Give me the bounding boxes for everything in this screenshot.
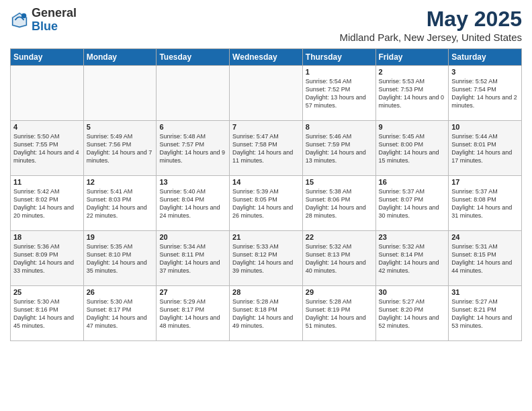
week-row-1: 1Sunrise: 5:54 AM Sunset: 7:52 PM Daylig… [11, 66, 522, 121]
day-number: 8 [306, 123, 373, 131]
col-header-wednesday: Wednesday [230, 49, 303, 66]
day-number: 13 [159, 178, 226, 186]
col-header-saturday: Saturday [449, 49, 522, 66]
day-cell [83, 66, 157, 121]
week-row-2: 4Sunrise: 5:50 AM Sunset: 7:55 PM Daylig… [11, 121, 522, 176]
day-info: Sunrise: 5:45 AM Sunset: 8:00 PM Dayligh… [379, 132, 446, 165]
day-number: 16 [379, 178, 446, 186]
day-info: Sunrise: 5:31 AM Sunset: 8:15 PM Dayligh… [451, 242, 519, 275]
day-cell: 12Sunrise: 5:41 AM Sunset: 8:03 PM Dayli… [83, 176, 157, 231]
day-info: Sunrise: 5:54 AM Sunset: 7:52 PM Dayligh… [306, 77, 373, 110]
calendar-table: SundayMondayTuesdayWednesdayThursdayFrid… [10, 48, 522, 341]
day-info: Sunrise: 5:44 AM Sunset: 8:01 PM Dayligh… [451, 132, 519, 165]
day-cell: 31Sunrise: 5:27 AM Sunset: 8:21 PM Dayli… [449, 286, 522, 341]
day-number: 27 [159, 288, 226, 296]
day-cell: 29Sunrise: 5:28 AM Sunset: 8:19 PM Dayli… [302, 286, 375, 341]
col-header-tuesday: Tuesday [157, 49, 230, 66]
col-header-monday: Monday [83, 49, 157, 66]
day-number: 24 [451, 233, 519, 241]
day-cell: 24Sunrise: 5:31 AM Sunset: 8:15 PM Dayli… [449, 231, 522, 286]
day-info: Sunrise: 5:38 AM Sunset: 8:06 PM Dayligh… [306, 187, 373, 220]
main-title: May 2025 [339, 7, 522, 32]
header: General Blue May 2025 Midland Park, New … [10, 7, 522, 43]
day-cell [11, 66, 84, 121]
day-info: Sunrise: 5:36 AM Sunset: 8:09 PM Dayligh… [13, 242, 81, 275]
day-info: Sunrise: 5:28 AM Sunset: 8:19 PM Dayligh… [306, 298, 373, 330]
day-number: 18 [13, 233, 81, 241]
day-number: 25 [13, 288, 81, 296]
day-number: 31 [451, 288, 519, 296]
day-number: 12 [87, 178, 154, 186]
logo-icon [10, 11, 29, 30]
day-number: 9 [379, 123, 446, 131]
day-cell: 8Sunrise: 5:46 AM Sunset: 7:59 PM Daylig… [302, 121, 375, 176]
day-info: Sunrise: 5:29 AM Sunset: 8:17 PM Dayligh… [159, 298, 226, 330]
page: General Blue May 2025 Midland Park, New … [0, 0, 532, 348]
logo: General Blue [10, 7, 77, 34]
day-cell: 2Sunrise: 5:53 AM Sunset: 7:53 PM Daylig… [375, 66, 449, 121]
day-info: Sunrise: 5:37 AM Sunset: 8:08 PM Dayligh… [451, 187, 519, 220]
logo-blue-text: Blue [32, 19, 58, 33]
week-row-4: 18Sunrise: 5:36 AM Sunset: 8:09 PM Dayli… [11, 231, 522, 286]
day-info: Sunrise: 5:41 AM Sunset: 8:03 PM Dayligh… [87, 187, 154, 220]
day-number: 23 [379, 233, 446, 241]
day-number: 1 [306, 68, 373, 76]
day-cell: 6Sunrise: 5:48 AM Sunset: 7:57 PM Daylig… [157, 121, 230, 176]
day-cell [230, 66, 303, 121]
day-number: 4 [13, 123, 81, 131]
day-info: Sunrise: 5:30 AM Sunset: 8:16 PM Dayligh… [13, 298, 81, 330]
day-info: Sunrise: 5:49 AM Sunset: 7:56 PM Dayligh… [87, 132, 154, 165]
week-row-5: 25Sunrise: 5:30 AM Sunset: 8:16 PM Dayli… [11, 286, 522, 341]
header-row: SundayMondayTuesdayWednesdayThursdayFrid… [11, 49, 522, 66]
day-cell: 13Sunrise: 5:40 AM Sunset: 8:04 PM Dayli… [157, 176, 230, 231]
day-number: 19 [87, 233, 154, 241]
day-number: 5 [87, 123, 154, 131]
day-info: Sunrise: 5:50 AM Sunset: 7:55 PM Dayligh… [13, 132, 81, 165]
day-info: Sunrise: 5:30 AM Sunset: 8:17 PM Dayligh… [87, 298, 154, 330]
svg-point-2 [21, 13, 26, 18]
day-number: 10 [451, 123, 519, 131]
day-cell: 15Sunrise: 5:38 AM Sunset: 8:06 PM Dayli… [302, 176, 375, 231]
day-info: Sunrise: 5:34 AM Sunset: 8:11 PM Dayligh… [159, 242, 226, 275]
day-number: 20 [159, 233, 226, 241]
day-cell: 1Sunrise: 5:54 AM Sunset: 7:52 PM Daylig… [302, 66, 375, 121]
day-number: 3 [451, 68, 519, 76]
day-info: Sunrise: 5:48 AM Sunset: 7:57 PM Dayligh… [159, 132, 226, 165]
day-cell: 23Sunrise: 5:32 AM Sunset: 8:14 PM Dayli… [375, 231, 449, 286]
day-number: 21 [232, 233, 300, 241]
day-number: 14 [232, 178, 300, 186]
day-info: Sunrise: 5:52 AM Sunset: 7:54 PM Dayligh… [451, 77, 519, 110]
day-cell: 5Sunrise: 5:49 AM Sunset: 7:56 PM Daylig… [83, 121, 157, 176]
day-info: Sunrise: 5:27 AM Sunset: 8:20 PM Dayligh… [379, 298, 446, 330]
day-cell: 7Sunrise: 5:47 AM Sunset: 7:58 PM Daylig… [230, 121, 303, 176]
col-header-friday: Friday [375, 49, 449, 66]
day-info: Sunrise: 5:33 AM Sunset: 8:12 PM Dayligh… [232, 242, 300, 275]
day-cell: 11Sunrise: 5:42 AM Sunset: 8:02 PM Dayli… [11, 176, 84, 231]
day-number: 7 [232, 123, 300, 131]
day-number: 2 [379, 68, 446, 76]
day-info: Sunrise: 5:32 AM Sunset: 8:13 PM Dayligh… [306, 242, 373, 275]
day-info: Sunrise: 5:32 AM Sunset: 8:14 PM Dayligh… [379, 242, 446, 275]
day-cell: 22Sunrise: 5:32 AM Sunset: 8:13 PM Dayli… [302, 231, 375, 286]
day-number: 26 [87, 288, 154, 296]
day-info: Sunrise: 5:27 AM Sunset: 8:21 PM Dayligh… [451, 298, 519, 330]
day-cell: 18Sunrise: 5:36 AM Sunset: 8:09 PM Dayli… [11, 231, 84, 286]
day-cell: 17Sunrise: 5:37 AM Sunset: 8:08 PM Dayli… [449, 176, 522, 231]
day-cell: 3Sunrise: 5:52 AM Sunset: 7:54 PM Daylig… [449, 66, 522, 121]
day-info: Sunrise: 5:42 AM Sunset: 8:02 PM Dayligh… [13, 187, 81, 220]
day-info: Sunrise: 5:37 AM Sunset: 8:07 PM Dayligh… [379, 187, 446, 220]
day-cell [157, 66, 230, 121]
day-number: 17 [451, 178, 519, 186]
day-number: 22 [306, 233, 373, 241]
title-block: May 2025 Midland Park, New Jersey, Unite… [339, 7, 522, 43]
day-info: Sunrise: 5:46 AM Sunset: 7:59 PM Dayligh… [306, 132, 373, 165]
day-info: Sunrise: 5:35 AM Sunset: 8:10 PM Dayligh… [87, 242, 154, 275]
day-cell: 27Sunrise: 5:29 AM Sunset: 8:17 PM Dayli… [157, 286, 230, 341]
day-cell: 26Sunrise: 5:30 AM Sunset: 8:17 PM Dayli… [83, 286, 157, 341]
logo-text: General Blue [32, 7, 77, 34]
day-cell: 20Sunrise: 5:34 AM Sunset: 8:11 PM Dayli… [157, 231, 230, 286]
day-cell: 9Sunrise: 5:45 AM Sunset: 8:00 PM Daylig… [375, 121, 449, 176]
day-number: 11 [13, 178, 81, 186]
day-number: 28 [232, 288, 300, 296]
day-cell: 16Sunrise: 5:37 AM Sunset: 8:07 PM Dayli… [375, 176, 449, 231]
